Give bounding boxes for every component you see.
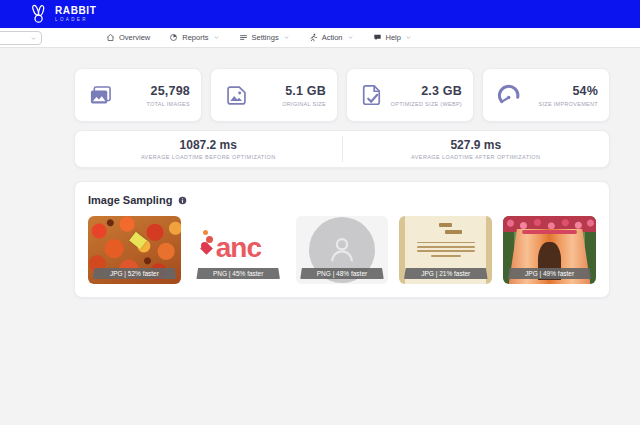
stat-label: ORIGINAL SIZE	[282, 101, 326, 107]
decor-text-line	[445, 230, 462, 234]
sample-badge: PNG | 45% faster	[196, 268, 280, 279]
dashboard-content: 25,798 TOTAL IMAGES 5.1 GB ORIGINAL SIZE	[0, 48, 640, 298]
stat-value: 5.1 GB	[282, 84, 326, 98]
stat-card-original-size: 5.1 GB ORIGINAL SIZE	[210, 68, 338, 122]
app-header: RABBIT LOADER	[0, 0, 640, 28]
main-nav: Overview Reports Settings	[0, 28, 640, 48]
stat-card-size-improvement: 54% SIZE IMPROVEMENT	[482, 68, 610, 122]
decor-text-line	[439, 223, 452, 227]
stat-label: TOTAL IMAGES	[146, 101, 190, 107]
runner-icon	[309, 33, 318, 42]
stat-label: OPTIMIZED SIZE (WEBP)	[391, 101, 462, 107]
nav-help[interactable]: Help	[373, 33, 412, 42]
sample-image-food[interactable]: JPG | 52% faster	[88, 216, 181, 284]
heart-logo-figure	[203, 230, 208, 235]
sample-image-logo[interactable]: anc PNG | 45% faster	[192, 216, 285, 284]
nav-reports[interactable]: Reports	[169, 33, 219, 42]
brand-logo[interactable]: RABBIT LOADER	[28, 3, 96, 25]
rabbitloader-dashboard: RABBIT LOADER Overview Report	[0, 0, 640, 298]
stat-value: 25,798	[146, 84, 190, 98]
decor-text-line	[417, 246, 475, 248]
sample-thumbnails: JPG | 52% faster anc PNG | 45% faster	[88, 216, 596, 284]
sample-image-avatar[interactable]: PNG | 48% faster	[296, 216, 389, 284]
stat-value: 54%	[539, 84, 599, 98]
nav-items: Overview Reports Settings	[106, 33, 412, 42]
decor-text-line	[417, 242, 475, 244]
sample-badge: PNG | 48% faster	[300, 268, 384, 279]
nav-label: Help	[386, 33, 401, 42]
list-icon	[239, 33, 248, 42]
home-icon	[106, 33, 115, 42]
sampling-title: Image Sampling	[88, 194, 172, 206]
pie-chart-icon	[169, 33, 178, 42]
images-icon	[87, 82, 114, 109]
decor-text-line	[417, 250, 475, 252]
brand-subname: LOADER	[55, 18, 96, 23]
chevron-down-icon	[213, 34, 220, 41]
decor-text-line	[431, 255, 461, 257]
nav-label: Settings	[252, 33, 279, 42]
chevron-down-icon	[30, 35, 37, 42]
loadtime-card: 1087.2 ms AVERAGE LOADTIME BEFORE OPTIMI…	[74, 130, 610, 168]
loadtime-after: 527.9 ms AVERAGE LOADTIME AFTER OPTIMIZA…	[343, 138, 610, 160]
loadtime-before: 1087.2 ms AVERAGE LOADTIME BEFORE OPTIMI…	[75, 138, 342, 160]
rabbit-logo-icon	[28, 3, 50, 25]
stats-row: 25,798 TOTAL IMAGES 5.1 GB ORIGINAL SIZE	[74, 68, 610, 122]
info-icon[interactable]	[178, 196, 187, 205]
sampling-header: Image Sampling	[88, 194, 596, 206]
nav-label: Reports	[182, 33, 208, 42]
chevron-down-icon	[283, 34, 290, 41]
sample-image-mandap[interactable]: JPG | 49% faster	[503, 216, 596, 284]
nav-label: Action	[322, 33, 343, 42]
chevron-down-icon	[405, 34, 412, 41]
nav-overview[interactable]: Overview	[106, 33, 150, 42]
person-icon	[325, 233, 359, 267]
stat-card-optimized-size: 2.3 GB OPTIMIZED SIZE (WEBP)	[346, 68, 474, 122]
sample-badge: JPG | 49% faster	[508, 268, 592, 279]
decor-yellow-tag	[129, 232, 147, 249]
sample-image-invitation[interactable]: JPG | 21% faster	[399, 216, 492, 284]
stat-label: SIZE IMPROVEMENT	[539, 101, 599, 107]
logo-text: anc	[216, 232, 261, 264]
brand-name: RABBIT	[55, 6, 96, 16]
chat-icon	[373, 33, 382, 42]
loadtime-before-label: AVERAGE LOADTIME BEFORE OPTIMIZATION	[75, 154, 342, 160]
sample-badge: JPG | 52% faster	[93, 268, 177, 279]
loadtime-before-value: 1087.2 ms	[75, 138, 342, 152]
gauge-icon	[495, 82, 522, 109]
image-file-icon	[223, 82, 250, 109]
nav-settings[interactable]: Settings	[239, 33, 290, 42]
image-sampling-card: Image Sampling JPG | 52% faster anc PNG …	[74, 181, 610, 298]
sample-badge: JPG | 21% faster	[404, 268, 488, 279]
stat-value: 2.3 GB	[391, 84, 462, 98]
loadtime-after-value: 527.9 ms	[343, 138, 610, 152]
stat-card-total-images: 25,798 TOTAL IMAGES	[74, 68, 202, 122]
chevron-down-icon	[347, 34, 354, 41]
site-select-dropdown[interactable]	[0, 31, 42, 45]
loadtime-after-label: AVERAGE LOADTIME AFTER OPTIMIZATION	[343, 154, 610, 160]
nav-label: Overview	[119, 33, 150, 42]
decor-garland	[522, 230, 578, 234]
file-check-icon	[359, 82, 386, 109]
nav-action[interactable]: Action	[309, 33, 354, 42]
